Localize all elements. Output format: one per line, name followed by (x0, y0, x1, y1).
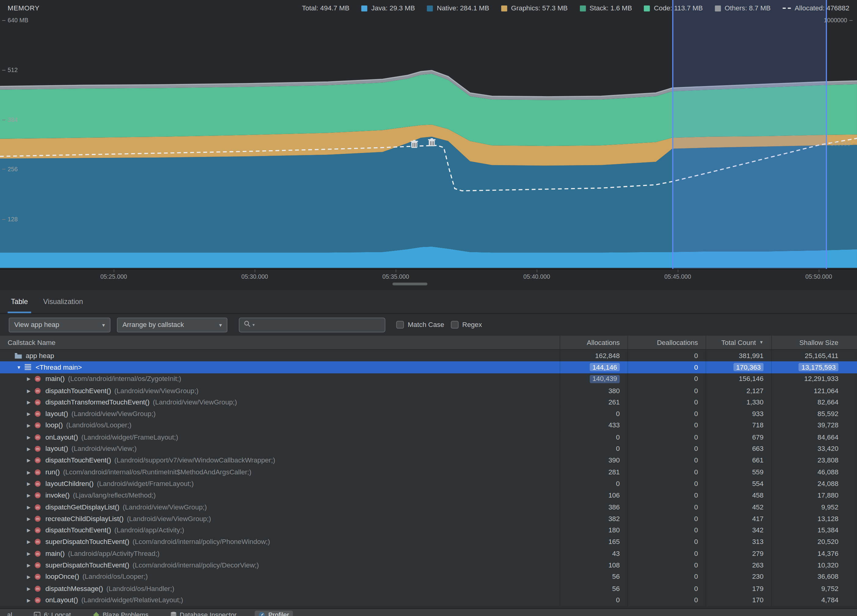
range-scrollbar-thumb[interactable] (393, 283, 428, 285)
table-row[interactable]: ▶mloop()(Landroid/os/Looper;)433071839,7… (0, 420, 857, 431)
expand-arrow-icon[interactable]: ▶ (24, 411, 33, 417)
search-input[interactable] (256, 320, 380, 329)
svg-text:m: m (36, 481, 39, 486)
table-row[interactable]: ▶mdispatchTransformedTouchEvent()(Landro… (0, 396, 857, 408)
table-row[interactable]: ▶msuperDispatchTouchEvent()(Lcom/android… (0, 560, 857, 571)
deallocations-value: 0 (694, 526, 698, 534)
expand-arrow-icon[interactable]: ▶ (24, 434, 33, 440)
expand-arrow-icon[interactable]: ▶ (24, 516, 33, 522)
timeline-tick-label: 05:35.000 (382, 273, 409, 280)
match-case-checkbox[interactable]: Match Case (396, 321, 444, 328)
expand-arrow-icon[interactable]: ▶ (24, 597, 33, 603)
table-row[interactable]: ▶monLayout()(Landroid/widget/FrameLayout… (0, 431, 857, 443)
checkbox-box[interactable] (396, 321, 404, 328)
statusbar-item-al[interactable]: al (3, 610, 16, 616)
table-row[interactable]: ▶mrun()(Lcom/android/internal/os/Runtime… (0, 466, 857, 478)
statusbar-item-blaze-problems[interactable]: Blaze Problems (89, 610, 152, 616)
table-row[interactable]: app heap162,8480381,99125,165,411 (0, 350, 857, 361)
deallocations-value: 0 (694, 491, 698, 499)
callstack-class-descriptor: (Landroid/os/Handler;) (107, 585, 175, 592)
table-row[interactable]: ▶mlayout()(Landroid/view/ViewGroup;)0093… (0, 408, 857, 420)
expand-arrow-icon[interactable]: ▶ (24, 423, 33, 428)
svg-text:m: m (36, 400, 39, 404)
column-header-callstack-name[interactable]: Callstack Name (0, 336, 560, 350)
table-row[interactable]: ▶mdispatchGetDisplayList()(Landroid/view… (0, 501, 857, 513)
deallocations-value: 0 (694, 410, 698, 418)
callstack-class-descriptor: (Landroid/view/View;) (71, 445, 137, 453)
expand-arrow-icon[interactable]: ▶ (24, 504, 33, 510)
memory-usage-chart[interactable] (0, 0, 857, 269)
legend-label: Allocated: 476882 (795, 4, 849, 12)
table-row[interactable]: ▶mdispatchTouchEvent()(Landroid/view/Vie… (0, 385, 857, 396)
table-row[interactable]: ▶minvoke()(Ljava/lang/reflect/Method;)10… (0, 490, 857, 501)
total-count-value: 313 (752, 538, 763, 546)
column-header-allocations[interactable]: Allocations (560, 336, 628, 350)
callstack-class-descriptor: (Landroid/view/ViewGroup;) (123, 503, 207, 511)
deallocations-value: 0 (694, 561, 698, 569)
expand-arrow-icon[interactable]: ▶ (24, 469, 33, 475)
table-row[interactable]: ▶mmain()(Landroid/app/ActivityThread;)43… (0, 548, 857, 559)
table-row[interactable]: ▶mmain()(Lcom/android/internal/os/Zygote… (0, 373, 857, 385)
table-row[interactable]: ▶mdispatchTouchEvent()(Landroid/support/… (0, 455, 857, 466)
column-header-deallocations[interactable]: Deallocations (628, 336, 706, 350)
statusbar-item-database-inspector[interactable]: Database Inspector (167, 610, 240, 616)
method-icon: m (33, 376, 42, 382)
table-row[interactable]: ▶mrecreateChildDisplayList()(Landroid/vi… (0, 513, 857, 525)
series-swatch-icon (427, 5, 433, 11)
tab-table[interactable]: Table (3, 290, 36, 313)
tab-visualization[interactable]: Visualization (36, 290, 91, 313)
expand-arrow-icon[interactable]: ▶ (24, 586, 33, 591)
expand-arrow-icon[interactable]: ▶ (24, 481, 33, 487)
expand-arrow-icon[interactable]: ▶ (24, 563, 33, 568)
table-row[interactable]: ▶monLayout()(Landroid/widget/RelativeLay… (0, 594, 857, 606)
expand-arrow-icon[interactable]: ▶ (24, 493, 33, 498)
callstack-class-descriptor: (Lcom/android/internal/os/ZygoteInit;) (68, 375, 181, 383)
allocations-value: 144,146 (589, 363, 620, 371)
selection-range-overlay[interactable] (672, 0, 827, 269)
search-field[interactable]: ▾ (239, 317, 385, 332)
logcat-icon (34, 612, 40, 616)
allocations-value: 0 (616, 410, 620, 418)
table-row[interactable]: ▶mdispatchMessage()(Landroid/os/Handler;… (0, 583, 857, 594)
table-row[interactable]: ▶msuperDispatchTouchEvent()(Lcom/android… (0, 536, 857, 548)
timeline-axis[interactable]: 05:25.00005:30.00005:35.00005:40.00005:4… (0, 269, 857, 283)
deallocations-value: 0 (694, 421, 698, 429)
search-options-caret-icon[interactable]: ▾ (252, 322, 255, 327)
expand-arrow-icon[interactable]: ▶ (24, 528, 33, 533)
table-row[interactable]: ▶mloopOnce()(Landroid/os/Looper;)5602303… (0, 571, 857, 583)
legend-label: Total: 494.7 MB (302, 4, 350, 12)
expand-arrow-icon[interactable]: ▶ (24, 399, 33, 405)
heap-select-dropdown[interactable]: View app heap ▾ (9, 317, 110, 332)
statusbar-item-profiler[interactable]: Profiler (255, 610, 293, 616)
heap-dump-toolbar: View app heap ▾ Arrange by callstack ▾ ▾… (0, 314, 857, 336)
table-row[interactable]: ▼<Thread main>144,1460170,36313,175,593 (0, 361, 857, 373)
expand-arrow-icon[interactable]: ▶ (24, 539, 33, 545)
table-row[interactable]: ▶mlayoutChildren()(Landroid/widget/Frame… (0, 478, 857, 490)
table-row[interactable]: ▶mdispatchTouchEvent()(Landroid/app/Acti… (0, 525, 857, 536)
range-scrollbar[interactable] (0, 283, 857, 286)
method-icon: m (33, 457, 42, 464)
regex-checkbox[interactable]: Regex (451, 321, 482, 328)
total-count-value: 458 (752, 491, 763, 499)
expand-arrow-icon[interactable]: ▶ (24, 446, 33, 452)
allocations-value: 180 (608, 526, 620, 534)
profiler-icon (258, 612, 265, 616)
column-header-total-count[interactable]: Total Count▼ (706, 336, 772, 350)
callstack-method-name: dispatchTouchEvent() (45, 457, 111, 464)
callstack-class-descriptor: (Landroid/support/v7/view/WindowCallback… (114, 457, 275, 464)
total-count-value: 417 (752, 515, 763, 523)
total-count-value: 156,146 (739, 375, 764, 383)
column-header-shallow-size[interactable]: Shallow Size (772, 336, 857, 350)
shallow-size-value: 14,376 (818, 550, 838, 557)
arrange-select-dropdown[interactable]: Arrange by callstack ▾ (117, 317, 227, 332)
expand-arrow-icon[interactable]: ▶ (24, 376, 33, 382)
statusbar-item-6-logcat[interactable]: 6: Logcat (30, 610, 75, 616)
checkbox-box[interactable] (451, 321, 458, 328)
expand-arrow-icon[interactable]: ▶ (24, 388, 33, 393)
collapse-arrow-icon[interactable]: ▼ (14, 364, 23, 370)
expand-arrow-icon[interactable]: ▶ (24, 574, 33, 580)
callstack-class-descriptor: (Ljava/lang/reflect/Method;) (73, 491, 156, 499)
expand-arrow-icon[interactable]: ▶ (24, 551, 33, 556)
expand-arrow-icon[interactable]: ▶ (24, 458, 33, 463)
table-row[interactable]: ▶mlayout()(Landroid/view/View;)0066333,4… (0, 443, 857, 455)
